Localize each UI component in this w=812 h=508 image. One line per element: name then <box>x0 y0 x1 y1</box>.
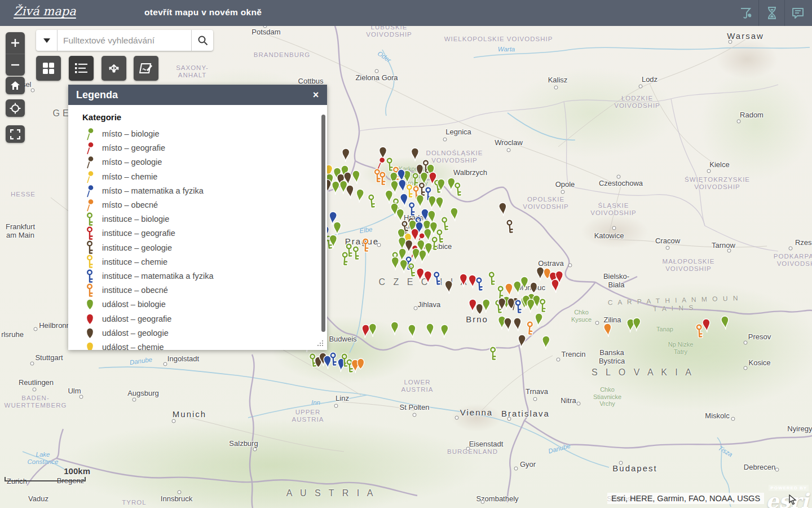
map-marker-obecne[interactable] <box>360 238 371 256</box>
legend-item: událost – biologie <box>82 297 166 312</box>
map-marker-geografie[interactable] <box>549 278 562 296</box>
map-marker-biologie[interactable] <box>389 321 401 338</box>
zoom-control <box>6 32 25 76</box>
cursor-icon <box>788 494 797 507</box>
map-marker-biologie[interactable] <box>406 323 419 341</box>
app-logo[interactable]: Živá mapa <box>14 5 76 18</box>
home-button[interactable] <box>6 77 25 94</box>
pushpin-icon <box>82 198 97 212</box>
locate-button[interactable] <box>6 99 25 117</box>
map-marker-biologie[interactable] <box>328 234 339 252</box>
map-marker-biologie[interactable] <box>488 346 499 364</box>
map-marker-biologie[interactable] <box>438 323 450 341</box>
pushpin-icon <box>82 170 97 183</box>
share-button[interactable] <box>102 56 126 81</box>
open-map-new-window-link[interactable]: otevřít mapu v novém okně <box>144 7 262 17</box>
legend-item-label: instituce – chemie <box>97 257 167 266</box>
map-marker-geologie[interactable] <box>497 201 510 220</box>
search-button[interactable] <box>191 30 213 51</box>
map-marker-biologie[interactable] <box>480 298 492 316</box>
legend-item-label: místo – matematika a fyzika <box>97 186 204 195</box>
map-marker-geologie[interactable] <box>504 218 516 237</box>
zoom-in-button[interactable] <box>6 32 25 54</box>
close-icon[interactable]: × <box>304 89 327 101</box>
search-input[interactable] <box>58 30 191 51</box>
map-marker-obecne[interactable] <box>602 322 615 340</box>
pushpin-icon <box>82 127 97 141</box>
key-icon <box>82 269 97 284</box>
legend-item: událost – geologie <box>82 326 169 340</box>
legend-item-label: instituce – obecné <box>97 286 168 295</box>
legend-item: místo – obecné <box>82 198 158 212</box>
map-marker-biologie[interactable] <box>719 314 732 333</box>
map-marker-biologie[interactable] <box>416 248 429 266</box>
legend-item: instituce – obecné <box>82 283 168 297</box>
legend-resize-handle[interactable] <box>317 340 324 347</box>
key-icon <box>82 226 97 241</box>
map-marker-geologie[interactable] <box>339 147 351 165</box>
map-marker-biologie[interactable] <box>354 187 367 206</box>
legend-item-label: místo – geografie <box>97 143 165 152</box>
legend-item-label: událost – geografie <box>97 314 171 323</box>
map-attribution: Esri, HERE, Garmin, FAO, NOAA, USGS <box>607 493 764 504</box>
map-marker-biologie[interactable] <box>366 193 378 211</box>
pushpin-icon <box>82 184 97 198</box>
legend-button[interactable] <box>69 56 94 81</box>
legend-item-label: událost – biologie <box>97 300 166 309</box>
map-marker-geologie[interactable] <box>496 297 508 314</box>
map-marker-biologie[interactable] <box>448 206 461 225</box>
map-marker-biologie[interactable] <box>424 322 436 340</box>
legend-item-label: místo – geologie <box>97 157 162 167</box>
key-icon <box>82 283 97 298</box>
fullscreen-button[interactable] <box>6 125 25 143</box>
filter-icon[interactable] <box>733 0 758 26</box>
map-marker-geologie[interactable] <box>409 147 421 164</box>
event-icon <box>82 313 97 325</box>
legend-item-label: místo – chemie <box>97 172 157 181</box>
basemap-gallery-button[interactable] <box>36 56 61 81</box>
map-marker-biologie[interactable] <box>351 246 361 263</box>
legend-item-label: místo – biologie <box>97 129 160 138</box>
esri-logo: POWERED BY esri <box>766 481 809 508</box>
scale-label: 100km <box>5 466 90 476</box>
map-marker-biologie[interactable] <box>339 251 351 269</box>
map-marker-obecne[interactable] <box>355 357 365 373</box>
measure-button[interactable] <box>134 56 158 81</box>
legend-item: místo – matematika a fyzika <box>82 183 204 198</box>
legend-scrollbar[interactable] <box>321 115 325 332</box>
legend-item-label: místo – obecné <box>97 200 158 209</box>
legend-item: místo – geologie <box>82 155 162 169</box>
event-icon <box>82 327 97 339</box>
map-marker-obecne[interactable] <box>377 171 388 189</box>
esri-brand: esri <box>766 492 809 508</box>
map-marker-matematika[interactable] <box>431 270 444 289</box>
legend-item-label: událost – chemie <box>97 343 164 350</box>
legend-section-title: Kategorie <box>68 105 327 122</box>
map-marker-biologie[interactable] <box>540 335 551 353</box>
key-icon <box>82 254 97 269</box>
map-marker-biologie[interactable] <box>452 181 464 199</box>
map-marker-geologie[interactable] <box>443 279 454 297</box>
search-source-dropdown[interactable] <box>36 30 58 51</box>
zoom-out-button[interactable] <box>6 54 25 76</box>
pushpin-icon <box>82 141 97 155</box>
map-marker-biologie[interactable] <box>630 317 642 335</box>
map-marker-matematika[interactable] <box>474 276 486 294</box>
legend-header[interactable]: Legenda × <box>68 85 327 105</box>
map-marker-geologie[interactable] <box>515 333 528 352</box>
map-marker-biologie[interactable] <box>367 322 379 340</box>
key-icon <box>82 240 97 255</box>
legend-item: místo – biologie <box>82 126 160 141</box>
legend-item: instituce – chemie <box>82 255 167 269</box>
feedback-icon[interactable] <box>784 0 810 26</box>
hourglass-icon[interactable] <box>758 0 784 26</box>
pushpin-icon <box>82 155 97 169</box>
scale-bar: 100km <box>5 466 90 481</box>
legend-item: instituce – geografie <box>82 226 175 240</box>
legend-panel: Legenda × Kategorie místo – biologiemíst… <box>68 85 327 350</box>
map-marker-biologie[interactable] <box>532 312 545 330</box>
legend-item: událost – chemie <box>82 340 164 350</box>
map-marker-geografie[interactable] <box>700 317 713 336</box>
legend-item: místo – chemie <box>82 169 157 184</box>
map-marker-geologie[interactable] <box>511 316 524 334</box>
